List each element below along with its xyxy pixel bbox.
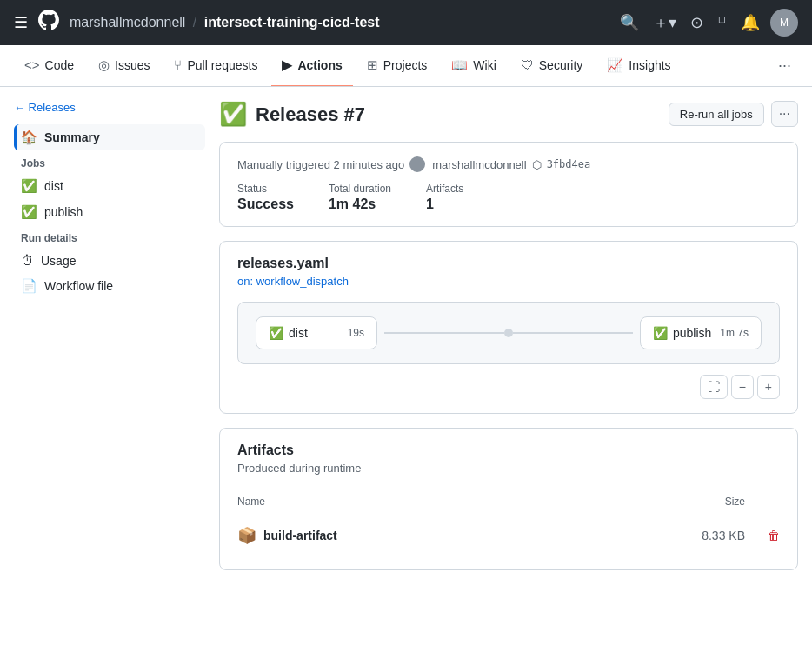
committer-username: marshallmcdonnell <box>432 158 526 171</box>
artifact-name-text: build-artifact <box>263 529 337 542</box>
expand-button[interactable]: ⛶ <box>700 375 728 399</box>
artifacts-card: Artifacts Produced during runtime Name S… <box>219 428 798 570</box>
workflow-file-icon: 📄 <box>21 278 37 294</box>
workflow-filename: releases.yaml <box>237 256 780 271</box>
artifacts-label: Artifacts <box>426 183 463 195</box>
name-column-header: Name <box>237 489 591 515</box>
nav-issues-label: Issues <box>115 58 150 72</box>
workflow-trigger[interactable]: on: workflow_dispatch <box>237 275 780 288</box>
add-icon[interactable]: ＋▾ <box>649 9 680 37</box>
avatar[interactable]: M <box>770 9 798 37</box>
artifacts-title: Artifacts <box>237 442 780 458</box>
nav-item-projects[interactable]: ⊞ Projects <box>356 45 438 87</box>
dist-job-name: ✅ dist <box>269 326 308 340</box>
status-details: Status Success Total duration 1m 42s Art… <box>237 183 780 212</box>
sidebar-item-dist[interactable]: ✅ dist <box>14 173 205 199</box>
artifact-package-icon: 📦 <box>237 526 256 545</box>
usage-label: Usage <box>41 254 76 268</box>
duration-group: Total duration 1m 42s <box>329 183 391 212</box>
wiki-icon: 📖 <box>451 57 468 73</box>
nav-item-code[interactable]: <> Code <box>14 45 84 87</box>
status-value: Success <box>237 196 294 212</box>
committer-avatar <box>409 156 425 172</box>
dist-job-duration: 19s <box>348 327 364 339</box>
nav-security-label: Security <box>539 58 583 72</box>
status-meta: Manually triggered 2 minutes ago marshal… <box>237 156 780 172</box>
run-header-left: ✅ Releases #7 <box>219 101 365 128</box>
summary-label: Summary <box>44 130 100 144</box>
artifact-delete-button[interactable]: 🗑 <box>745 515 780 556</box>
status-label: Status <box>237 183 294 195</box>
connector-dot <box>504 329 513 337</box>
run-success-icon: ✅ <box>219 101 247 128</box>
dist-check-icon: ✅ <box>21 178 37 194</box>
zoom-in-button[interactable]: + <box>757 375 780 399</box>
rerun-all-button[interactable]: Re-run all jobs <box>669 103 764 126</box>
nav-actions-label: Actions <box>297 58 342 72</box>
artifact-size-cell: 8.33 KB <box>591 515 745 556</box>
artifact-row: 📦 build-artifact 8.33 KB 🗑 <box>237 515 780 556</box>
actions-icon: ▶ <box>282 57 292 73</box>
repo-breadcrumb: marshallmcdonnell / intersect-training-c… <box>70 15 380 30</box>
trigger-text: Manually triggered 2 minutes ago <box>237 158 404 171</box>
pull-requests-icon[interactable]: ⑂ <box>714 10 730 36</box>
shield-icon: 🛡 <box>521 57 534 72</box>
nav-code-label: Code <box>45 58 74 72</box>
status-group: Status Success <box>237 183 294 212</box>
issues-circle-icon: ◎ <box>98 57 110 73</box>
artifacts-group: Artifacts 1 <box>426 183 463 212</box>
duration-value: 1m 42s <box>329 196 391 212</box>
status-card: Manually triggered 2 minutes ago marshal… <box>219 142 798 227</box>
sidebar-item-usage[interactable]: ⏱ Usage <box>14 248 205 273</box>
issues-icon[interactable]: ⊙ <box>687 10 707 36</box>
publish-job-node[interactable]: ✅ publish 1m 7s <box>640 316 762 349</box>
user-link[interactable]: marshallmcdonnell <box>70 15 185 30</box>
sidebar: ← Releases 🏠 Summary Jobs ✅ dist ✅ publi… <box>14 101 205 570</box>
dist-label: dist <box>44 179 63 193</box>
github-logo <box>38 10 59 36</box>
artifact-name-cell[interactable]: 📦 build-artifact <box>237 515 591 556</box>
dist-job-node[interactable]: ✅ dist 19s <box>256 316 377 349</box>
workflow-file-label: Workflow file <box>44 279 113 293</box>
publish-job-name: ✅ publish <box>653 326 711 340</box>
more-nav-icon[interactable]: ··· <box>771 50 798 82</box>
nav-item-wiki[interactable]: 📖 Wiki <box>441 45 506 87</box>
nav-wiki-label: Wiki <box>473 58 496 72</box>
artifacts-count: 1 <box>426 196 463 212</box>
content-area: ← Releases 🏠 Summary Jobs ✅ dist ✅ publi… <box>0 87 812 584</box>
commit-hash: 3fbd4ea <box>547 158 591 170</box>
nav-item-issues[interactable]: ◎ Issues <box>88 45 160 87</box>
search-icon[interactable]: 🔍 <box>616 10 642 36</box>
more-actions-button[interactable]: ··· <box>771 101 798 127</box>
sidebar-item-publish[interactable]: ✅ publish <box>14 199 205 225</box>
connector-line-1 <box>384 332 504 334</box>
repo-link[interactable]: intersect-training-cicd-test <box>204 15 380 30</box>
nav-item-insights[interactable]: 📈 Insights <box>596 45 681 87</box>
job-connector <box>377 329 640 337</box>
zoom-out-button[interactable]: − <box>731 375 754 399</box>
nav-item-pull-requests[interactable]: ⑂ Pull requests <box>163 45 268 87</box>
sidebar-item-workflow-file[interactable]: 📄 Workflow file <box>14 273 205 299</box>
sidebar-item-summary[interactable]: 🏠 Summary <box>14 124 205 150</box>
pr-icon: ⑂ <box>174 57 182 72</box>
flow-controls: ⛶ − + <box>237 375 780 399</box>
artifacts-subtitle: Produced during runtime <box>237 462 780 475</box>
publish-job-check: ✅ <box>653 326 668 340</box>
second-nav: <> Code ◎ Issues ⑂ Pull requests ▶ Actio… <box>0 45 812 87</box>
size-column-header: Size <box>591 489 745 515</box>
artifact-name: 📦 build-artifact <box>237 526 591 545</box>
notifications-icon[interactable]: 🔔 <box>737 10 763 36</box>
nav-pr-label: Pull requests <box>187 58 257 72</box>
nav-item-actions[interactable]: ▶ Actions <box>271 45 352 87</box>
nav-item-security[interactable]: 🛡 Security <box>510 45 594 87</box>
nav-insights-label: Insights <box>629 58 670 72</box>
run-details-section-label: Run details <box>14 225 205 248</box>
run-title: Releases #7 <box>256 103 365 126</box>
hamburger-icon[interactable]: ☰ <box>14 13 28 32</box>
duration-label: Total duration <box>329 183 391 195</box>
back-link[interactable]: ← Releases <box>14 101 205 114</box>
nav-projects-label: Projects <box>383 58 428 72</box>
publish-job-duration: 1m 7s <box>720 327 749 339</box>
projects-icon: ⊞ <box>367 57 378 73</box>
usage-icon: ⏱ <box>21 253 34 268</box>
